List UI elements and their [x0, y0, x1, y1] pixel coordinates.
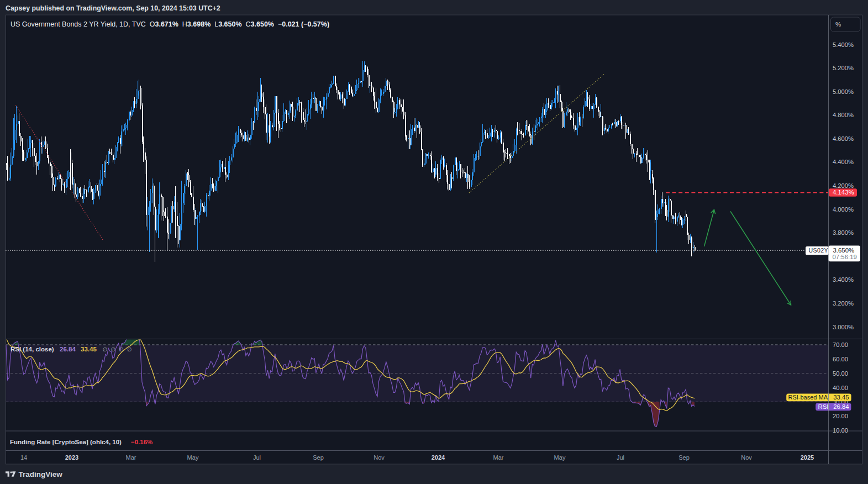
svg-text:May: May [554, 454, 566, 461]
svg-text:3.800%: 3.800% [833, 229, 854, 236]
svg-text:40.00: 40.00 [833, 385, 848, 391]
svg-text:4.143%: 4.143% [833, 189, 854, 196]
svg-text:2024: 2024 [432, 454, 445, 461]
svg-text:50.00: 50.00 [833, 370, 848, 377]
svg-text:70.00: 70.00 [833, 341, 848, 348]
svg-text:3.000%: 3.000% [833, 324, 854, 330]
svg-text:∅: ∅ [127, 346, 132, 353]
svg-text:∅: ∅ [103, 346, 108, 353]
svg-text:4.400%: 4.400% [833, 159, 854, 165]
svg-text:33.45: 33.45 [833, 394, 849, 401]
svg-text:Capsey published on TradingVie: Capsey published on TradingView.com, Sep… [6, 4, 220, 12]
svg-text:RSI (14, close): RSI (14, close) [10, 346, 54, 353]
svg-text:%: % [835, 21, 841, 28]
svg-text:20.00: 20.00 [833, 413, 848, 419]
svg-text:3.200%: 3.200% [833, 300, 854, 307]
svg-text:4.600%: 4.600% [833, 135, 854, 142]
svg-text:Mar: Mar [126, 454, 136, 461]
svg-text:2025: 2025 [801, 454, 814, 461]
svg-text:5.000%: 5.000% [833, 88, 854, 95]
svg-text:US Government Bonds 2 YR Yield: US Government Bonds 2 YR Yield, 1D, TVC … [10, 20, 329, 28]
svg-text:−0.16%: −0.16% [131, 439, 152, 445]
svg-text:10.00: 10.00 [833, 427, 848, 434]
svg-text:∅: ∅ [111, 346, 115, 353]
svg-text:RSI-based MA: RSI-based MA [788, 394, 828, 401]
svg-text:2023: 2023 [65, 454, 78, 461]
svg-text:5.200%: 5.200% [833, 65, 854, 71]
svg-text:Jul: Jul [617, 454, 624, 461]
svg-text:33.45: 33.45 [81, 346, 97, 353]
svg-text:Jul: Jul [253, 454, 261, 461]
svg-text:26.84: 26.84 [833, 403, 849, 410]
svg-text:Nov: Nov [373, 454, 385, 461]
svg-text:∅: ∅ [119, 346, 124, 353]
svg-text:US02Y: US02Y [809, 247, 829, 254]
svg-text:Funding Rate [CryptoSea] (ohlc: Funding Rate [CryptoSea] (ohlc4, 10) [10, 439, 122, 445]
svg-text:Nov: Nov [741, 454, 752, 461]
svg-text:Sep: Sep [678, 454, 690, 461]
svg-text:4.200%: 4.200% [833, 182, 854, 189]
svg-text:07:56:19: 07:56:19 [833, 254, 857, 260]
svg-text:4.000%: 4.000% [833, 206, 854, 213]
svg-text:RSI: RSI [818, 403, 829, 410]
svg-text:3.400%: 3.400% [833, 276, 854, 283]
svg-text:26.84: 26.84 [60, 346, 76, 353]
svg-text:14: 14 [20, 454, 27, 461]
svg-text:4.800%: 4.800% [833, 112, 854, 118]
svg-text:60.00: 60.00 [833, 356, 848, 362]
svg-text:5.400%: 5.400% [833, 41, 854, 48]
svg-text:Sep: Sep [313, 454, 324, 461]
svg-text:May: May [187, 454, 199, 461]
svg-text:Mar: Mar [493, 454, 504, 461]
svg-text:TradingView: TradingView [19, 470, 63, 478]
svg-text:3.650%: 3.650% [833, 247, 855, 254]
